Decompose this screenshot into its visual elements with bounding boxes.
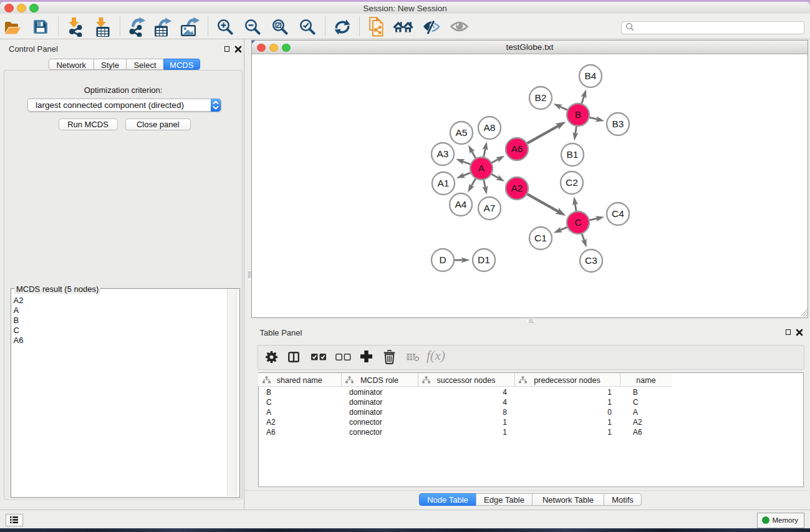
svg-text:C4: C4: [612, 208, 624, 219]
svg-text:C1: C1: [534, 233, 547, 243]
svg-text:D: D: [439, 254, 446, 265]
svg-text:B: B: [574, 109, 581, 120]
svg-text:D1: D1: [478, 254, 490, 265]
svg-text:B4: B4: [584, 70, 596, 81]
svg-text:C3: C3: [585, 255, 597, 266]
svg-text:A8: A8: [483, 122, 495, 133]
svg-text:B3: B3: [612, 118, 624, 129]
svg-text:C: C: [574, 217, 581, 228]
svg-text:A: A: [478, 163, 485, 173]
svg-text:C2: C2: [566, 177, 578, 188]
svg-text:A6: A6: [511, 143, 523, 154]
svg-text:A4: A4: [455, 199, 466, 210]
svg-text:A2: A2: [511, 183, 523, 193]
svg-text:A1: A1: [437, 178, 449, 188]
svg-text:A5: A5: [455, 127, 467, 138]
svg-text:A3: A3: [436, 148, 448, 159]
svg-text:A7: A7: [483, 203, 495, 213]
svg-text:B1: B1: [566, 149, 578, 160]
svg-text:B2: B2: [534, 92, 546, 103]
